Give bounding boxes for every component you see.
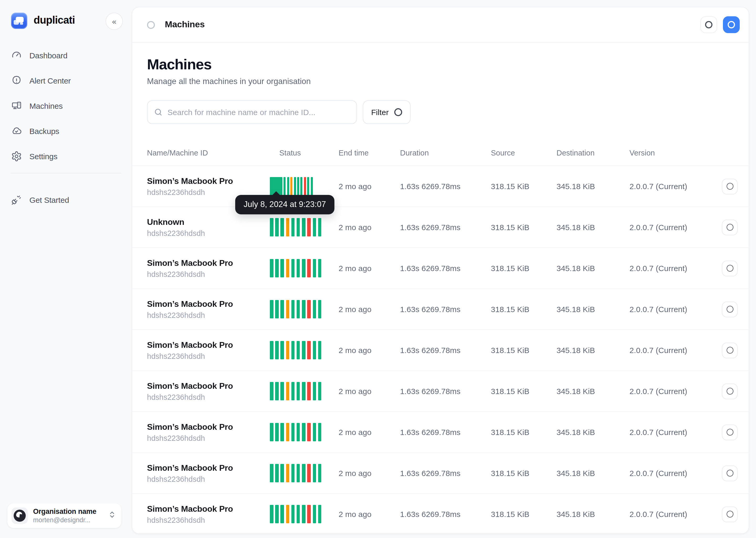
status-bar[interactable]: [307, 382, 311, 400]
status-bar[interactable]: [297, 505, 300, 523]
status-bar[interactable]: [287, 177, 289, 195]
status-bar[interactable]: [270, 300, 273, 318]
status-bar[interactable]: [281, 341, 284, 359]
status-bar[interactable]: [270, 218, 273, 237]
search-input[interactable]: [167, 108, 350, 117]
status-bar[interactable]: [318, 341, 321, 359]
status-bar[interactable]: [284, 177, 286, 195]
status-bar[interactable]: [310, 177, 313, 195]
status-bar[interactable]: [307, 300, 311, 318]
row-action-button[interactable]: [722, 178, 737, 194]
status-bar[interactable]: [281, 218, 284, 237]
status-bar[interactable]: [301, 177, 303, 195]
topbar-primary-button[interactable]: [723, 16, 740, 33]
status-bar[interactable]: [286, 341, 289, 359]
status-bar[interactable]: [297, 300, 300, 318]
status-bar[interactable]: [318, 218, 321, 237]
table-row[interactable]: Unknown hdshs2236hdsdh 2 mo ago 1.63s 62…: [132, 207, 749, 248]
status-bar[interactable]: [270, 259, 273, 277]
row-action-button[interactable]: [722, 301, 737, 317]
status-bar[interactable]: [297, 382, 300, 400]
status-bar[interactable]: [275, 300, 278, 318]
status-bar[interactable]: [291, 423, 295, 441]
status-bar[interactable]: [307, 464, 311, 482]
status-bars[interactable]: [270, 218, 321, 237]
status-bar[interactable]: [275, 259, 278, 277]
status-bar[interactable]: [291, 505, 295, 523]
row-action-button[interactable]: [722, 424, 737, 440]
status-bar[interactable]: [275, 341, 278, 359]
status-bar[interactable]: [281, 505, 284, 523]
status-bar[interactable]: [297, 341, 300, 359]
status-bar[interactable]: [286, 464, 289, 482]
status-bar[interactable]: [318, 423, 321, 441]
organisation-switcher[interactable]: Organisation name morten@designdr...: [7, 503, 121, 528]
sidebar-item-settings[interactable]: Settings: [0, 143, 132, 169]
sidebar-item-dashboard[interactable]: Dashboard: [0, 42, 132, 68]
status-bar[interactable]: [270, 505, 273, 523]
table-row[interactable]: Simon’s Macbook Pro hdshs2236hdsdh 2 mo …: [132, 289, 749, 330]
status-bar[interactable]: [302, 300, 305, 318]
status-bar[interactable]: [270, 382, 273, 400]
topbar-secondary-button[interactable]: [700, 16, 717, 33]
status-bar[interactable]: [313, 218, 316, 237]
status-bar[interactable]: [302, 341, 305, 359]
sidebar-item-get-started[interactable]: Get Started: [0, 187, 132, 212]
status-bar[interactable]: [307, 423, 311, 441]
status-bar[interactable]: [318, 259, 321, 277]
status-bar[interactable]: [297, 177, 299, 195]
table-row[interactable]: Simon’s Macbook Pro hdshs2236hdsdh 2 mo …: [132, 371, 749, 412]
status-bar[interactable]: [318, 464, 321, 482]
status-bar[interactable]: [281, 300, 284, 318]
status-bar[interactable]: [318, 505, 321, 523]
table-row[interactable]: Simon’s Macbook Pro hdshs2236hdsdh 2 mo …: [132, 248, 749, 289]
status-bar[interactable]: [307, 341, 311, 359]
row-action-button[interactable]: [722, 260, 737, 276]
sidebar-item-machines[interactable]: Machines: [0, 93, 132, 118]
status-bar[interactable]: [275, 423, 278, 441]
status-bar[interactable]: [291, 300, 295, 318]
table-row[interactable]: Simon’s Macbook Pro hdshs2236hdsdh 2 mo …: [132, 494, 749, 534]
status-bar[interactable]: [307, 505, 311, 523]
status-bar[interactable]: [275, 464, 278, 482]
status-bar[interactable]: [291, 382, 295, 400]
sidebar-item-backups[interactable]: Backups: [0, 118, 132, 143]
status-bar[interactable]: [294, 177, 296, 195]
status-bars[interactable]: [270, 259, 321, 277]
status-bars[interactable]: [270, 423, 321, 441]
status-bar[interactable]: [313, 382, 316, 400]
status-bar[interactable]: [313, 259, 316, 277]
status-bar[interactable]: [318, 300, 321, 318]
status-bars[interactable]: [270, 300, 321, 318]
status-bars[interactable]: [270, 505, 321, 523]
status-bars[interactable]: [270, 464, 321, 482]
filter-button[interactable]: Filter: [363, 100, 411, 124]
status-bar[interactable]: [307, 259, 311, 277]
status-bar[interactable]: [307, 218, 311, 237]
status-bar[interactable]: [302, 382, 305, 400]
status-bar[interactable]: [307, 177, 309, 195]
status-bar[interactable]: [297, 218, 300, 237]
status-bar[interactable]: [281, 382, 284, 400]
status-bar[interactable]: [313, 300, 316, 318]
status-bar[interactable]: [313, 341, 316, 359]
status-bar[interactable]: [270, 464, 273, 482]
status-bar[interactable]: [297, 423, 300, 441]
status-bar[interactable]: [290, 177, 292, 195]
status-bar[interactable]: [281, 423, 284, 441]
status-bar[interactable]: [291, 218, 295, 237]
row-action-button[interactable]: [722, 506, 737, 522]
status-bar[interactable]: [302, 423, 305, 441]
row-action-button[interactable]: [722, 219, 737, 235]
table-row[interactable]: Simon’s Macbook Pro hdshs2236hdsdh 2 mo …: [132, 453, 749, 494]
table-row[interactable]: Simon’s Macbook Pro hdshs2236hdsdh 2 mo …: [132, 412, 749, 453]
status-bar[interactable]: [281, 464, 284, 482]
status-bar[interactable]: [286, 382, 289, 400]
status-bar[interactable]: [286, 505, 289, 523]
status-bars[interactable]: [270, 382, 321, 400]
status-bar[interactable]: [313, 423, 316, 441]
status-bars[interactable]: [270, 341, 321, 359]
status-bar[interactable]: [286, 259, 289, 277]
status-bar[interactable]: [270, 341, 273, 359]
status-bar[interactable]: [291, 259, 295, 277]
